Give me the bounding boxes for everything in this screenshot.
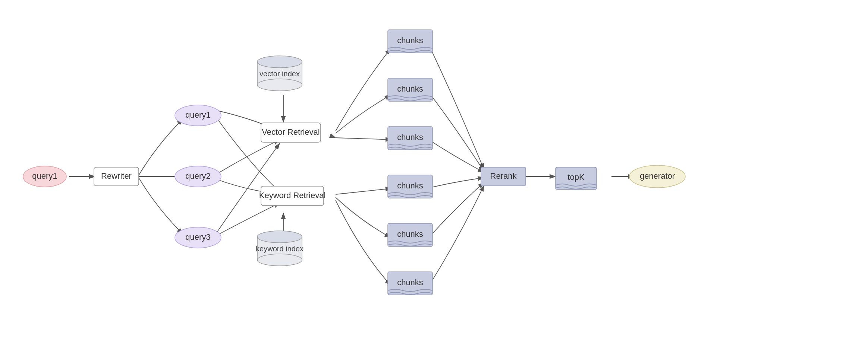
arrow-kw-c4 <box>336 188 391 194</box>
diagram-container: query1 Rewriter query1 query2 query3 <box>0 0 868 353</box>
arrow-c6-rerank <box>429 185 484 286</box>
node-rewriter: Rewriter <box>94 167 139 186</box>
node-query2: query2 <box>175 166 221 187</box>
svg-point-7 <box>257 56 302 68</box>
node-chunks-1: chunks <box>388 30 433 53</box>
query1-label: query1 <box>185 110 210 120</box>
svg-point-12 <box>257 231 302 243</box>
chunks5-label: chunks <box>397 229 423 239</box>
node-chunks-6: chunks <box>388 272 433 295</box>
node-keyword-index: keyword index <box>256 231 304 266</box>
vector-retrieval-label: Vector Retrieval <box>262 127 320 137</box>
keyword-retrieval-label: Keyword Retrieval <box>259 191 326 200</box>
keyword-index-label: keyword index <box>256 245 304 253</box>
arrow-vec-c1 <box>336 48 391 131</box>
vector-index-label: vector index <box>260 70 300 78</box>
arrow-rewriter-query3 <box>138 176 183 234</box>
arrow-vec-c3b <box>336 138 391 140</box>
arrow-kw-c6 <box>336 200 391 285</box>
rerank-label: Rerank <box>490 171 517 181</box>
node-generator: generator <box>629 165 685 188</box>
query2-label: query2 <box>185 171 210 181</box>
arrow-c3-rerank <box>429 140 484 172</box>
node-chunks-3: chunks <box>388 127 433 150</box>
topk-label: topK <box>567 172 585 182</box>
node-rerank: Rerank <box>481 167 526 186</box>
arrow-q3-kwretrieval <box>218 203 280 235</box>
node-keyword-retrieval: Keyword Retrieval <box>259 186 326 206</box>
node-query1: query1 <box>175 105 221 126</box>
node-chunks-4: chunks <box>388 175 433 198</box>
chunks1-label: chunks <box>397 36 423 45</box>
query3-label: query3 <box>185 232 210 242</box>
arrow-c1-rerank <box>429 45 484 169</box>
svg-point-8 <box>257 79 302 91</box>
node-chunks-5: chunks <box>388 223 433 247</box>
arrow-rewriter-query1 <box>138 119 183 176</box>
arrow-c4-rerank <box>429 178 484 188</box>
node-vector-retrieval: Vector Retrieval <box>261 123 321 142</box>
node-query1-input: query1 <box>23 166 66 187</box>
node-chunks-2: chunks <box>388 78 433 101</box>
generator-label: generator <box>640 171 675 181</box>
chunks2-label: chunks <box>397 84 423 93</box>
arrow-vec-c2 <box>336 95 391 133</box>
chunks6-label: chunks <box>397 278 423 287</box>
chunks4-label: chunks <box>397 181 423 190</box>
arrow-kw-c5 <box>336 197 391 238</box>
pipeline-diagram: query1 Rewriter query1 query2 query3 <box>0 0 868 353</box>
rewriter-label: Rewriter <box>101 171 132 181</box>
node-vector-index: vector index <box>257 56 302 91</box>
svg-point-13 <box>257 254 302 266</box>
node-topk: topK <box>556 167 597 190</box>
arrow-c5-rerank <box>429 182 484 238</box>
node-query3: query3 <box>175 227 221 248</box>
query1-input-label: query1 <box>32 171 57 181</box>
chunks3-label: chunks <box>397 133 423 142</box>
